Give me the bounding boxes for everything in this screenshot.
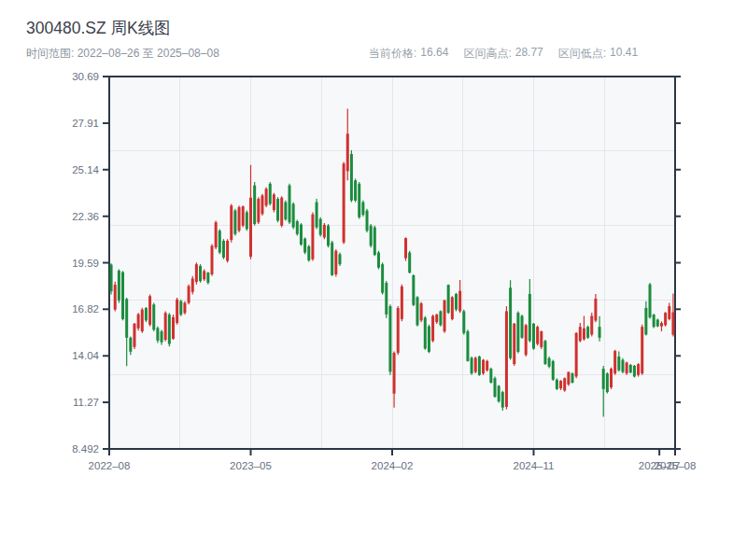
- candle: [323, 223, 326, 239]
- candle: [590, 313, 593, 336]
- candle: [307, 245, 310, 261]
- candle: [145, 307, 148, 322]
- y-axis-label: 11.27: [73, 397, 99, 408]
- candle: [641, 325, 643, 375]
- candle: [478, 356, 481, 376]
- candle: [377, 251, 380, 270]
- candle: [179, 300, 182, 316]
- candle: [218, 229, 221, 254]
- candle: [486, 360, 488, 372]
- candle: [276, 197, 279, 222]
- candle: [176, 298, 178, 325]
- candle: [536, 326, 539, 346]
- candle: [374, 226, 376, 256]
- candle: [366, 209, 369, 232]
- candle: [242, 205, 245, 227]
- candle: [296, 220, 299, 236]
- candle: [253, 182, 256, 226]
- candle: [505, 306, 508, 410]
- candle: [164, 311, 167, 341]
- y-axis-label: 22.36: [72, 211, 99, 222]
- candle: [621, 358, 624, 373]
- candle: [412, 274, 415, 306]
- candle: [316, 199, 318, 229]
- candle: [548, 357, 551, 369]
- candle: [358, 182, 360, 219]
- candle: [118, 270, 120, 303]
- y-axis-label: 14.04: [72, 350, 99, 361]
- candle: [199, 264, 202, 283]
- candle: [482, 359, 485, 375]
- candle: [350, 150, 353, 203]
- candle: [206, 272, 209, 284]
- candle: [273, 193, 275, 213]
- x-axis-label: 2022–08: [89, 460, 131, 471]
- x-axis-label: 2023–05: [230, 460, 272, 471]
- candle: [462, 310, 465, 335]
- candle: [629, 364, 632, 373]
- candle: [148, 294, 151, 326]
- candle: [215, 220, 218, 249]
- candle: [388, 304, 391, 374]
- candle: [188, 285, 190, 305]
- candle: [292, 203, 295, 230]
- candlestick-chart: 30.6927.9125.1422.3619.5916.8214.0411.27…: [0, 0, 747, 523]
- candle: [311, 212, 314, 260]
- candle: [246, 211, 248, 231]
- candle: [656, 319, 659, 328]
- candle: [516, 311, 519, 353]
- candle: [543, 340, 546, 365]
- candle: [444, 300, 446, 333]
- candle: [289, 184, 291, 224]
- candle: [513, 323, 515, 366]
- candle: [121, 271, 124, 320]
- candle: [133, 323, 135, 349]
- candle: [319, 217, 322, 237]
- candle: [439, 311, 442, 327]
- candle: [354, 178, 357, 202]
- candle: [509, 280, 512, 359]
- x-axis-label: 2024–02: [372, 460, 414, 471]
- y-axis-label: 27.91: [72, 118, 99, 129]
- candle: [567, 371, 570, 385]
- candle: [431, 315, 434, 343]
- candle: [637, 363, 640, 376]
- candle: [230, 203, 233, 242]
- y-axis-label: 8.492: [72, 443, 99, 455]
- candle: [210, 245, 213, 276]
- candle: [172, 315, 175, 340]
- candle: [498, 385, 500, 403]
- candle: [606, 372, 609, 393]
- candle: [633, 365, 636, 377]
- candle: [137, 313, 140, 330]
- candle: [385, 281, 388, 318]
- y-axis-label: 16.82: [72, 303, 99, 315]
- candle: [361, 201, 364, 217]
- candle: [424, 316, 427, 350]
- candle: [552, 360, 555, 381]
- candle: [238, 205, 241, 232]
- candle: [114, 282, 117, 312]
- candle: [168, 313, 171, 346]
- candle: [334, 249, 337, 277]
- x-axis-label: 2024–11: [514, 460, 555, 471]
- candle: [257, 197, 260, 224]
- candle: [191, 276, 194, 295]
- candle: [303, 237, 306, 254]
- candle: [525, 324, 528, 357]
- candle: [261, 194, 263, 216]
- candle: [110, 263, 113, 294]
- candle: [571, 372, 574, 384]
- candle: [222, 239, 225, 259]
- y-axis-label: 30.69: [72, 71, 99, 82]
- candle: [381, 262, 384, 294]
- candle: [540, 330, 543, 349]
- candle: [284, 201, 287, 221]
- candle: [226, 239, 229, 262]
- candle: [664, 312, 667, 326]
- candle: [455, 293, 458, 312]
- candle: [521, 315, 524, 339]
- candle: [493, 377, 496, 398]
- candle: [563, 377, 566, 391]
- candle: [408, 251, 411, 273]
